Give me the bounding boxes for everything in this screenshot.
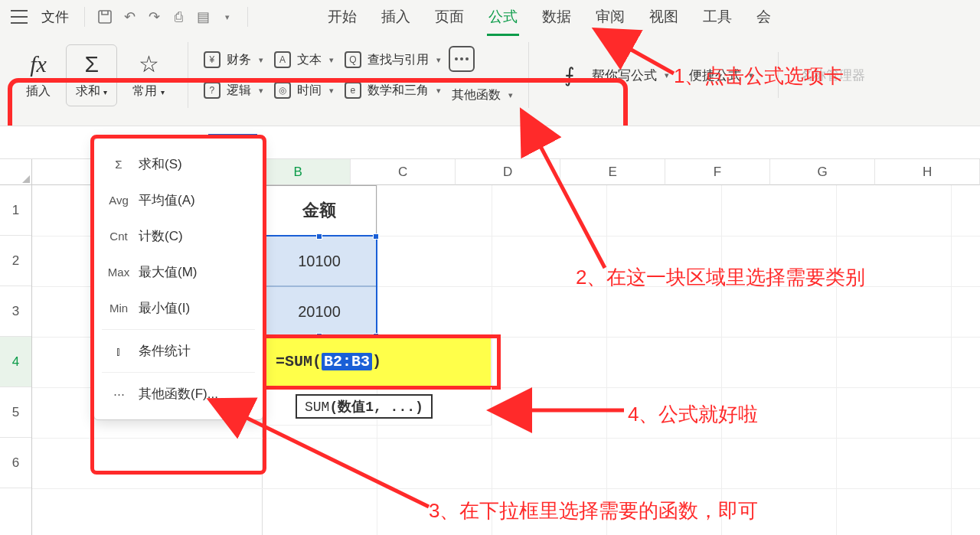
more-icon: ⋯ (108, 387, 129, 401)
common-button[interactable]: ☆ 常用 ▾ (122, 51, 175, 99)
function-tooltip: SUM(数值1, ...) (296, 394, 433, 419)
ribbon-col-1: ¥财务▾ ?逻辑▾ (201, 50, 266, 100)
col-header-c[interactable]: C (351, 159, 456, 185)
annotation-1: 1、点击公式选项卡 (674, 63, 844, 90)
sum-button[interactable]: Σ 求和 ▾ (66, 44, 117, 106)
avg-icon: Avg (108, 194, 129, 207)
b4-suffix: ) (372, 353, 381, 370)
col-header-d[interactable]: D (456, 159, 560, 185)
dd-cnt[interactable]: Cnt计数(C) (94, 218, 263, 254)
text-button[interactable]: A文本▾ (271, 50, 337, 70)
min-icon: Min (108, 302, 129, 315)
annotation-3: 3、在下拉框里选择需要的函数，即可 (429, 497, 758, 524)
formula-input[interactable]: =SUM(B2:B3) (162, 134, 971, 152)
row-header-2[interactable]: 2 (0, 236, 31, 286)
sigma-icon: Σ (84, 51, 99, 77)
print-icon[interactable]: ⎙ (168, 6, 189, 28)
cell-b4-editing[interactable]: =SUM(B2:B3) (262, 337, 492, 387)
row-headers: 1 2 3 4 5 6 (0, 185, 32, 535)
sigma-icon: Σ (108, 158, 129, 171)
divider (102, 329, 255, 330)
tab-review[interactable]: 审阅 (594, 2, 626, 31)
sum-label: 求和 ▾ (76, 83, 107, 99)
name-box[interactable] (9, 131, 101, 154)
dd-avg[interactable]: Avg平均值(A) (94, 182, 263, 218)
svg-rect-0 (99, 11, 111, 23)
divider (247, 7, 248, 27)
annotation-4: 4、公式就好啦 (628, 401, 758, 428)
clock-icon: ◎ (274, 82, 291, 99)
dd-cond[interactable]: ⫿条件统计 (94, 333, 263, 369)
row-header-5[interactable]: 5 (0, 387, 31, 438)
dd-min[interactable]: Min最小值(I) (94, 290, 263, 326)
a-icon: A (274, 51, 291, 68)
max-icon: Max (108, 266, 129, 279)
select-all-corner[interactable] (0, 159, 32, 185)
menubar: 文件 ↶ ↷ ⎙ ▤ ▾ 开始 插入 页面 公式 数据 审阅 视图 工具 会 (0, 0, 980, 34)
menu-tabs: 开始 插入 页面 公式 数据 审阅 视图 工具 会 (326, 2, 773, 31)
ai-formula-icon: ⨍ (564, 64, 575, 87)
yen-icon: ¥ (204, 51, 220, 68)
ribbon-col-2: A文本▾ ◎时间▾ (271, 50, 337, 100)
ribbon-col-3: Q查找与引用▾ e数学和三角▾ (341, 50, 444, 100)
star-icon: ☆ (139, 51, 159, 77)
insert-fx-label: 插入 (26, 83, 51, 99)
cond-icon: ⫿ (108, 344, 129, 357)
tab-view[interactable]: 视图 (648, 2, 680, 31)
hamburger-icon[interactable] (11, 10, 28, 24)
b4-prefix: =SUM( (276, 353, 322, 370)
annotation-2: 2、在这一块区域里选择需要类别 (576, 264, 865, 291)
cell-b3[interactable]: 20100 (262, 286, 377, 337)
divider (84, 7, 85, 27)
other-func-button[interactable]: 其他函数▾ (449, 86, 516, 105)
cell-b2[interactable]: 10100 (262, 236, 377, 286)
search-icon: Q (345, 51, 361, 68)
math-button[interactable]: e数学和三角▾ (341, 80, 444, 100)
col-header-f[interactable]: F (665, 159, 770, 185)
row-header-3[interactable]: 3 (0, 286, 31, 337)
caret-icon[interactable]: ▾ (217, 6, 238, 28)
divider (188, 42, 188, 108)
undo-icon[interactable]: ↶ (119, 6, 140, 28)
question-icon: ? (204, 82, 220, 99)
divider (102, 372, 255, 373)
tab-insert[interactable]: 插入 (380, 2, 412, 31)
divider (528, 42, 529, 108)
tab-formula[interactable]: 公式 (487, 2, 519, 31)
col-header-h[interactable]: H (875, 159, 980, 185)
fx-icon: fx (30, 51, 47, 77)
preview-icon[interactable]: ▤ (192, 6, 214, 28)
row-header-4[interactable]: 4 (0, 337, 31, 387)
dd-more[interactable]: ⋯其他函数(F)... (94, 376, 263, 412)
more-icon[interactable] (449, 46, 475, 72)
help-formula-button[interactable]: 帮你写公式▾ (589, 65, 672, 86)
finance-button[interactable]: ¥财务▾ (201, 50, 266, 70)
dd-max[interactable]: Max最大值(M) (94, 254, 263, 290)
tab-member[interactable]: 会 (755, 2, 773, 31)
cell-b1[interactable]: 金额 (262, 185, 377, 236)
tab-data[interactable]: 数据 (541, 2, 573, 31)
dd-sum[interactable]: Σ求和(S) (94, 146, 263, 182)
cnt-icon: Cnt (108, 230, 129, 243)
logic-button[interactable]: ?逻辑▾ (201, 80, 266, 100)
file-menu[interactable]: 文件 (35, 8, 75, 26)
insert-fx-button[interactable]: fx 插入 (15, 51, 61, 99)
common-label: 常用 ▾ (132, 83, 164, 99)
col-header-g[interactable]: G (770, 159, 875, 185)
tab-page[interactable]: 页面 (433, 2, 466, 31)
lookup-button[interactable]: Q查找与引用▾ (341, 50, 444, 70)
ribbon-col-4: 其他函数▾ (449, 46, 516, 105)
save-icon[interactable] (94, 6, 116, 28)
sum-dropdown: Σ求和(S) Avg平均值(A) Cnt计数(C) Max最大值(M) Min最… (93, 138, 263, 420)
row-header-1[interactable]: 1 (0, 185, 31, 236)
e-icon: e (345, 82, 361, 99)
tab-start[interactable]: 开始 (326, 2, 358, 31)
redo-icon[interactable]: ↷ (143, 6, 165, 28)
col-header-e[interactable]: E (560, 159, 665, 185)
row-header-6[interactable]: 6 (0, 438, 31, 488)
cell-b5[interactable]: SUM(数值1, ...) (262, 387, 492, 426)
tab-tools[interactable]: 工具 (701, 2, 733, 31)
time-button[interactable]: ◎时间▾ (271, 80, 337, 100)
b4-ref: B2:B3 (322, 353, 372, 370)
